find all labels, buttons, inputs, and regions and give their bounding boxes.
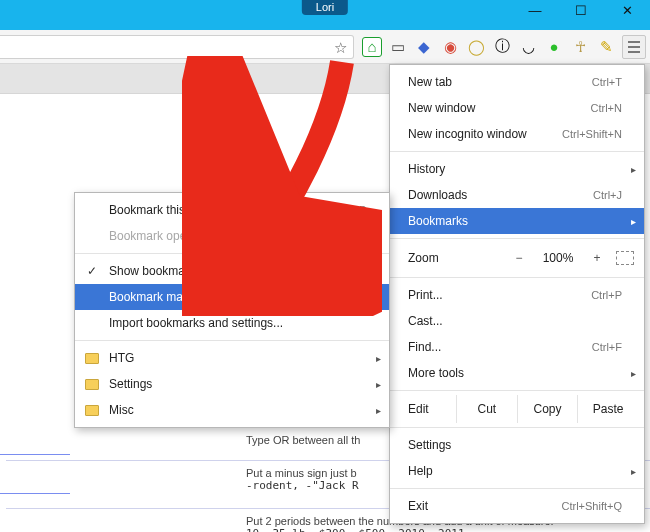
submenu-bookmark-manager[interactable]: Bookmark managerCtrl+Shift+O	[75, 284, 389, 310]
edit-paste[interactable]: Paste	[577, 395, 638, 423]
zoom-out-button[interactable]: −	[508, 251, 530, 265]
zoom-label: Zoom	[408, 251, 500, 265]
submenu-folder[interactable]: HTG	[75, 345, 389, 371]
main-menu: New tabCtrl+T New windowCtrl+N New incog…	[389, 64, 645, 524]
bookmarks-submenu: Bookmark this page...Ctrl+D Bookmark ope…	[74, 192, 390, 428]
phone-icon[interactable]: ▭	[388, 37, 408, 57]
menu-settings[interactable]: Settings	[390, 432, 644, 458]
ankh-icon[interactable]: ☥	[570, 37, 590, 57]
omnibox[interactable]: ☆	[0, 35, 354, 59]
window-maximize[interactable]: ☐	[558, 0, 604, 22]
menu-find[interactable]: Find...Ctrl+F	[390, 334, 644, 360]
user-badge[interactable]: Lori	[302, 0, 348, 15]
menu-downloads[interactable]: DownloadsCtrl+J	[390, 182, 644, 208]
green-dot-icon[interactable]: ●	[544, 37, 564, 57]
window-close[interactable]: ✕	[604, 0, 650, 22]
chrome-icon[interactable]: ◉	[440, 37, 460, 57]
submenu-folder[interactable]: Settings	[75, 371, 389, 397]
edit-label: Edit	[408, 402, 456, 416]
bookmark-star-icon[interactable]: ☆	[334, 39, 347, 57]
menu-edit-row: Edit Cut Copy Paste	[390, 395, 644, 423]
menu-new-tab[interactable]: New tabCtrl+T	[390, 69, 644, 95]
home-icon[interactable]: ⌂	[362, 37, 382, 57]
submenu-show-bookmarks-bar[interactable]: ✓ Show bookmarks barCtrl+Shift+B	[75, 258, 389, 284]
edit-copy[interactable]: Copy	[517, 395, 578, 423]
menu-more-tools[interactable]: More tools	[390, 360, 644, 386]
menu-new-incognito[interactable]: New incognito windowCtrl+Shift+N	[390, 121, 644, 147]
submenu-import-bookmarks[interactable]: Import bookmarks and settings...	[75, 310, 389, 336]
submenu-bookmark-open-pages: Bookmark open pages...Ctrl+Shift+D	[75, 223, 389, 249]
menu-cast[interactable]: Cast...	[390, 308, 644, 334]
menu-exit[interactable]: ExitCtrl+Shift+Q	[390, 493, 644, 519]
info-icon[interactable]: ⓘ	[492, 37, 512, 57]
submenu-folder[interactable]: Misc	[75, 397, 389, 423]
menu-print[interactable]: Print...Ctrl+P	[390, 282, 644, 308]
menu-history[interactable]: History	[390, 156, 644, 182]
browser-toolbar: ☆ ⌂▭◆◉◯ⓘ◡●☥✎	[0, 30, 650, 64]
submenu-bookmark-page[interactable]: Bookmark this page...Ctrl+D	[75, 197, 389, 223]
folder-icon	[85, 405, 99, 416]
menu-bookmarks[interactable]: Bookmarks	[390, 208, 644, 234]
window-minimize[interactable]: —	[512, 0, 558, 22]
zoom-percent: 100%	[538, 251, 578, 265]
check-icon: ✓	[87, 264, 97, 278]
pocket-icon[interactable]: ◡	[518, 37, 538, 57]
menu-zoom-row: Zoom − 100% +	[390, 243, 644, 273]
fullscreen-icon[interactable]	[616, 251, 634, 265]
folder-icon	[85, 353, 99, 364]
zoom-in-button[interactable]: +	[586, 251, 608, 265]
edit-cut[interactable]: Cut	[456, 395, 517, 423]
menu-help[interactable]: Help	[390, 458, 644, 484]
shield-icon[interactable]: ◆	[414, 37, 434, 57]
menu-new-window[interactable]: New windowCtrl+N	[390, 95, 644, 121]
pencil-icon[interactable]: ✎	[596, 37, 616, 57]
folder-icon	[85, 379, 99, 390]
main-menu-button[interactable]	[622, 35, 646, 59]
window-titlebar: Lori — ☐ ✕	[0, 0, 650, 30]
circle-icon[interactable]: ◯	[466, 37, 486, 57]
